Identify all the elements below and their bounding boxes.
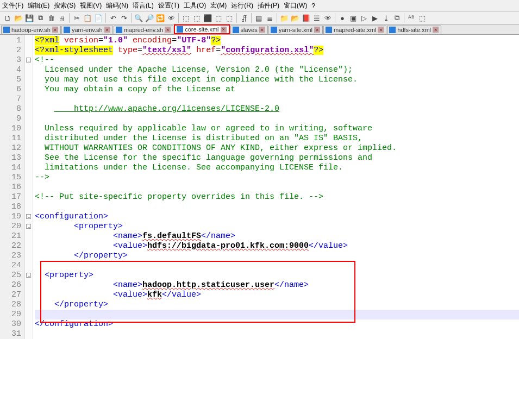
toolbar-button[interactable]: 📁 xyxy=(279,13,289,23)
menu-插件[interactable]: 插件(P) xyxy=(258,1,279,10)
tab-slaves[interactable]: slaves× xyxy=(230,26,268,34)
toolbar-button[interactable]: ⬚ xyxy=(192,13,202,23)
line-number: 9 xyxy=(0,114,21,124)
line-number: 17 xyxy=(0,192,21,202)
toolbar-button[interactable]: ⤓ xyxy=(381,13,391,23)
toolbar-button[interactable]: 👁 xyxy=(323,13,333,23)
toolbar-button[interactable]: ᴬᴮ xyxy=(407,13,416,23)
toolbar-button[interactable]: ⬚ xyxy=(214,13,223,23)
tab-close-icon[interactable]: × xyxy=(221,27,227,33)
menu-编码[interactable]: 编码(N) xyxy=(106,1,128,10)
toolbar-button[interactable]: ↷ xyxy=(119,13,129,23)
line-number: 4 xyxy=(0,65,21,75)
tab-close-icon[interactable]: × xyxy=(259,27,265,33)
toolbar-button[interactable]: ▷ xyxy=(359,13,369,23)
menu-语言[interactable]: 语言(L) xyxy=(133,1,154,10)
tab-close-icon[interactable]: × xyxy=(52,27,58,33)
menu-bar: 文件(F)编辑(E)搜索(S)视图(V)编码(N)语言(L)设置(T)工具(O)… xyxy=(0,0,519,12)
line-number: 24 xyxy=(0,261,21,271)
toolbar-button[interactable]: ☰ xyxy=(312,13,322,23)
menu-编辑[interactable]: 编辑(E) xyxy=(28,1,49,10)
line-number: 18 xyxy=(0,202,21,212)
toolbar-button[interactable]: ⭿ xyxy=(239,13,249,23)
code-area[interactable]: <?xml version="1.0" encoding="UTF-8"?> <… xyxy=(33,35,519,339)
toolbar-button[interactable]: 🖨 xyxy=(57,13,67,23)
toolbar-button[interactable]: ✂ xyxy=(72,13,82,23)
menu-工具[interactable]: 工具(O) xyxy=(184,1,206,10)
line-number: 8 xyxy=(0,104,21,114)
toolbar-button[interactable]: ▣ xyxy=(348,13,358,23)
tab-core-site-xml[interactable]: core-site.xml× xyxy=(174,24,229,34)
toolbar-button[interactable]: ▤ xyxy=(254,13,264,23)
tab-close-icon[interactable]: × xyxy=(104,27,110,33)
tab-yarn-site-xml[interactable]: yarn-site.xml× xyxy=(268,26,323,34)
toolbar-button[interactable]: 🗋 xyxy=(3,13,12,23)
menu-?[interactable]: ? xyxy=(311,2,315,10)
menu-设置[interactable]: 设置(T) xyxy=(158,1,179,10)
line-number: 26 xyxy=(0,280,21,290)
toolbar-button[interactable]: 📂 xyxy=(14,13,23,23)
toolbar-button[interactable]: 📄 xyxy=(93,13,103,23)
prop1-name: fs.defaultFS xyxy=(142,231,201,241)
tab-close-icon[interactable]: × xyxy=(378,27,384,33)
line-number: 1 xyxy=(0,36,21,46)
tab-yarn-env-sh[interactable]: yarn-env.sh× xyxy=(61,26,113,34)
menu-宏[interactable]: 宏(M) xyxy=(210,1,227,10)
toolbar-button[interactable]: 🔁 xyxy=(155,13,165,23)
toolbar-button[interactable]: ⧉ xyxy=(35,13,45,23)
toolbar-button[interactable]: 📋 xyxy=(83,13,92,23)
tab-label: hadoop-env.sh xyxy=(11,27,51,33)
line-number: 19 xyxy=(0,212,21,222)
menu-运行[interactable]: 运行(R) xyxy=(231,1,253,10)
line-number: 12 xyxy=(0,143,21,153)
toolbar-button[interactable]: ↶ xyxy=(108,13,118,23)
fold-toggle-icon[interactable] xyxy=(26,273,31,278)
toolbar-button[interactable]: 💾 xyxy=(24,13,34,23)
line-number: 31 xyxy=(0,329,21,339)
line-number: 15 xyxy=(0,173,21,183)
file-icon xyxy=(389,27,396,33)
file-icon xyxy=(271,27,277,33)
toolbar-button[interactable]: 📂 xyxy=(290,13,300,23)
tab-hadoop-env-sh[interactable]: hadoop-env.sh× xyxy=(1,26,61,34)
license-url[interactable]: http://www.apache.org/licenses/LICENSE-2… xyxy=(54,104,279,114)
toolbar-button[interactable]: ⧉ xyxy=(392,13,402,23)
toolbar-button[interactable]: 🔎 xyxy=(145,13,154,23)
xml-decl-open: <? xyxy=(35,36,45,45)
toolbar-button[interactable]: 🗑 xyxy=(46,13,56,23)
tab-mapred-site-xml[interactable]: mapred-site.xml× xyxy=(323,26,386,34)
toolbar-button[interactable]: ⬚ xyxy=(417,13,427,23)
line-number: 7 xyxy=(0,95,21,104)
tab-label: hdfs-site.xml xyxy=(397,27,431,33)
menu-视图[interactable]: 视图(V) xyxy=(80,1,102,10)
toolbar-button[interactable]: 👁 xyxy=(166,13,176,23)
tab-bar: hadoop-env.sh×yarn-env.sh×mapred-env.sh×… xyxy=(0,24,519,35)
toolbar-button[interactable]: ⬛ xyxy=(203,13,212,23)
configuration-close: </configuration> xyxy=(35,319,113,329)
toolbar-button[interactable]: ⬚ xyxy=(224,13,234,23)
fold-column xyxy=(25,35,33,339)
tab-hdfs-site-xml[interactable]: hdfs-site.xml× xyxy=(387,26,441,34)
tab-label: mapred-env.sh xyxy=(124,27,164,33)
prop2-value: kfk xyxy=(147,290,162,299)
fold-toggle-icon[interactable] xyxy=(26,214,31,219)
toolbar-button[interactable]: ⬚ xyxy=(181,13,191,23)
toolbar-button[interactable]: ≣ xyxy=(265,13,274,23)
menu-文件[interactable]: 文件(F) xyxy=(2,1,23,10)
menu-搜索[interactable]: 搜索(S) xyxy=(54,1,76,10)
tab-close-icon[interactable]: × xyxy=(165,27,171,33)
line-number: 3 xyxy=(0,55,21,65)
toolbar-button[interactable]: ● xyxy=(337,13,347,23)
fold-toggle-icon[interactable] xyxy=(26,224,31,229)
tab-close-icon[interactable]: × xyxy=(314,27,320,33)
toolbar-button[interactable]: ▶ xyxy=(370,13,380,23)
menu-窗口[interactable]: 窗口(W) xyxy=(284,1,307,10)
toolbar-button[interactable]: 📕 xyxy=(301,13,311,23)
tab-mapred-env-sh[interactable]: mapred-env.sh× xyxy=(114,26,174,34)
toolbar-button[interactable]: 🔍 xyxy=(134,13,143,23)
line-numbers: 1234567891011121314151617181920212223242… xyxy=(0,35,25,339)
tab-close-icon[interactable]: × xyxy=(433,27,439,33)
fold-toggle-icon[interactable] xyxy=(26,58,31,62)
line-number: 5 xyxy=(0,75,21,85)
toolbar: 🗋📂💾⧉🗑🖨✂📋📄↶↷🔍🔎🔁👁⬚⬚⬛⬚⬚⭿▤≣📁📂📕☰👁●▣▷▶⤓⧉ᴬᴮ⬚ xyxy=(0,12,519,24)
